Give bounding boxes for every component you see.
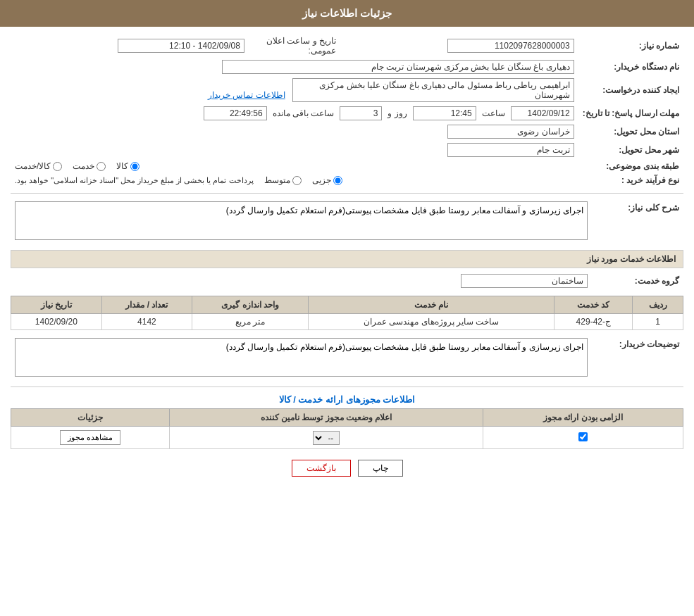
back-button[interactable]: بازگشت	[292, 460, 351, 477]
permit-row: --مشاهده مجوز	[11, 427, 683, 449]
creator-label: ایجاد کننده درخواست:	[578, 76, 683, 104]
need-number-label: شماره نیاز:	[578, 34, 683, 58]
permits-section-title: اطلاعات مجوزهای ارائه خدمت / کالا	[11, 394, 683, 405]
view-permit-button[interactable]: مشاهده مجوز	[60, 430, 120, 445]
date-announce-value: 1402/09/08 - 12:10	[11, 34, 249, 58]
permits-col-status: اعلام وضعیت مجوز توسط نامین کننده	[170, 409, 483, 427]
need-number-display: 1102097628000003	[447, 39, 574, 53]
services-section-title: اطلاعات خدمات مورد نیاز	[11, 250, 683, 268]
creator-display: ابراهیمی ریاطی رباط مسئول مالی دهیاری با…	[292, 78, 574, 102]
main-content: شماره نیاز: 1102097628000003 تاریخ و ساع…	[0, 27, 694, 494]
group-service-label: گروه خدمت:	[592, 272, 683, 290]
separator-2	[11, 386, 683, 387]
info-table: شماره نیاز: 1102097628000003 تاریخ و ساع…	[11, 34, 683, 187]
category-kala-khedmat-radio[interactable]	[53, 162, 62, 171]
page-title: جزئیات اطلاعات نیاز	[302, 7, 392, 19]
separator-1	[11, 193, 683, 194]
category-kala-khedmat-option[interactable]: کالا/خدمت	[15, 161, 62, 171]
deadline-time-display: 12:45	[413, 106, 476, 120]
col-quantity: تعداد / مقدار	[101, 296, 192, 314]
category-khedmat-option[interactable]: خدمت	[73, 161, 106, 171]
date-announce-label: تاریخ و ساعت اعلان عمومی:	[249, 34, 340, 58]
category-kala-radio[interactable]	[130, 162, 140, 171]
service-cell: 4142	[101, 314, 192, 330]
process-label: نوع فرآیند خرید :	[578, 173, 683, 187]
service-cell: ساخت سایر پروژه‌های مهندسی عمران	[308, 314, 554, 330]
col-service-name: نام خدمت	[308, 296, 554, 314]
city-display: تربت جام	[447, 143, 574, 157]
page-header: جزئیات اطلاعات نیاز	[0, 0, 694, 27]
category-kala-khedmat-label: کالا/خدمت	[15, 161, 51, 171]
col-service-code: کد خدمت	[554, 296, 633, 314]
need-desc-textarea: اجرای زیرسازی و آسفالت معابر روستا طبق ف…	[15, 201, 588, 240]
group-service-display: ساختمان	[461, 274, 588, 288]
need-desc-label: شرح کلی نیاز:	[592, 199, 683, 244]
buyer-org-display: دهیاری باغ سنگان علیا بخش مرکزی شهرستان …	[222, 60, 574, 74]
col-rownum: ردیف	[633, 296, 683, 314]
permits-table: الزامی بودن ارائه مجوز اعلام وضعیت مجوز …	[11, 408, 683, 449]
category-kala-option[interactable]: کالا	[116, 161, 140, 171]
process-jozvi-option[interactable]: جزیی	[312, 175, 342, 185]
contact-link[interactable]: اطلاعات تماس خریدار	[208, 90, 285, 100]
service-row: 1ج-42-429ساخت سایر پروژه‌های مهندسی عمرا…	[11, 314, 683, 330]
buyer-notes-table: توضیحات خریدار: اجرای زیرسازی و آسفالت م…	[11, 336, 683, 381]
province-label: استان محل تحویل:	[578, 122, 683, 141]
process-jozvi-label: جزیی	[312, 175, 331, 185]
permits-col-details: جزئیات	[11, 409, 170, 427]
city-label: شهر محل تحویل:	[578, 141, 683, 159]
category-label: طبقه بندی موضوعی:	[578, 159, 683, 173]
service-cell: 1402/09/20	[11, 314, 102, 330]
deadline-time-label: ساعت	[482, 108, 505, 118]
service-cell: متر مربع	[192, 314, 309, 330]
deadline-label: مهلت ارسال پاسخ: تا تاریخ:	[578, 104, 683, 122]
permit-details-cell: مشاهده مجوز	[11, 427, 170, 449]
permit-required-checkbox[interactable]	[578, 432, 588, 441]
province-display: خراسان رضوی	[447, 125, 574, 139]
category-kala-label: کالا	[116, 161, 128, 171]
service-cell: ج-42-429	[554, 314, 633, 330]
permit-status-select[interactable]: --	[313, 431, 340, 445]
need-number-value: 1102097628000003	[340, 34, 578, 58]
deadline-remaining-display: 22:49:56	[204, 106, 267, 120]
process-motevaset-label: متوسط	[264, 175, 290, 185]
permit-status-cell: --	[170, 427, 483, 449]
process-motevaset-option[interactable]: متوسط	[264, 175, 302, 185]
deadline-date-display: 1402/09/12	[511, 106, 574, 120]
category-khedmat-label: خدمت	[73, 161, 94, 171]
buttons-row: چاپ بازگشت	[11, 460, 683, 477]
service-cell: 1	[633, 314, 683, 330]
category-khedmat-radio[interactable]	[97, 162, 106, 171]
process-desc: پرداخت تمام یا بخشی از مبلغ خریداز محل "…	[15, 176, 254, 185]
buyer-org-label: نام دستگاه خریدار:	[578, 58, 683, 76]
buyer-notes-textarea: اجرای زیرسازی و آسفالت معابر روستا طبق ف…	[15, 338, 588, 377]
print-button[interactable]: چاپ	[358, 460, 403, 477]
deadline-remaining-label: ساعت باقی مانده	[273, 108, 335, 118]
need-description-table: شرح کلی نیاز: اجرای زیرسازی و آسفالت معا…	[11, 199, 683, 244]
permits-col-required: الزامی بودن ارائه مجوز	[483, 409, 683, 427]
permit-required-cell	[483, 427, 683, 449]
col-unit: واحد اندازه گیری	[192, 296, 309, 314]
services-table: ردیف کد خدمت نام خدمت واحد اندازه گیری ت…	[11, 296, 683, 330]
process-jozvi-radio[interactable]	[333, 176, 342, 185]
buyer-notes-label: توضیحات خریدار:	[592, 336, 683, 381]
col-date: تاریخ نیاز	[11, 296, 102, 314]
group-service-table: گروه خدمت: ساختمان	[11, 272, 683, 290]
date-announce-display: 1402/09/08 - 12:10	[118, 39, 244, 53]
process-motevaset-radio[interactable]	[292, 176, 302, 185]
deadline-days-display: 3	[340, 106, 382, 120]
deadline-days-label: روز و	[388, 108, 407, 118]
page-wrapper: جزئیات اطلاعات نیاز شماره نیاز: 11020976…	[0, 0, 694, 616]
